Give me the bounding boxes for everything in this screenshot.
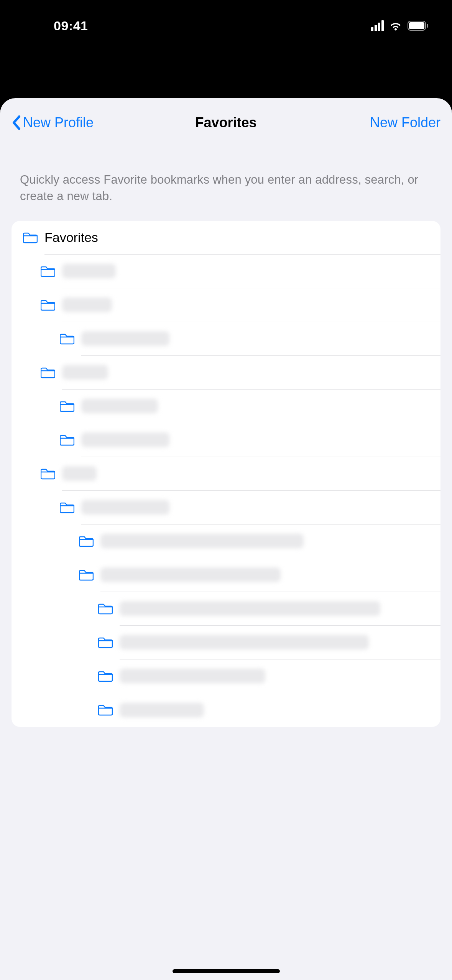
folder-label-obscured (100, 567, 281, 582)
folder-label: Favorites (44, 230, 98, 245)
folder-icon (41, 468, 62, 480)
folder-row-content (62, 356, 440, 390)
status-time: 09:41 (54, 18, 88, 33)
folder-row[interactable] (12, 491, 440, 525)
back-label: New Profile (23, 115, 94, 131)
folder-row-content (100, 525, 440, 558)
folder-label-obscured (62, 264, 116, 278)
folder-icon (60, 502, 81, 513)
folder-row-content (62, 255, 440, 288)
folder-icon (98, 603, 120, 615)
folder-label-obscured (62, 298, 112, 312)
folder-row[interactable] (12, 356, 440, 390)
folder-label-obscured (120, 669, 265, 683)
folder-label-obscured (62, 365, 108, 380)
folder-icon (79, 569, 100, 581)
folder-label-obscured (120, 703, 204, 717)
folder-row[interactable] (12, 659, 440, 693)
folder-label-obscured (100, 534, 304, 548)
folder-row[interactable] (12, 288, 440, 322)
folder-icon (41, 299, 62, 311)
folder-icon (60, 434, 81, 446)
folder-row[interactable] (12, 592, 440, 626)
folder-row[interactable] (12, 255, 440, 288)
folder-row-content (81, 322, 440, 356)
folder-icon (60, 401, 81, 412)
folder-row-content (120, 659, 440, 693)
status-indicators (371, 20, 429, 31)
folder-icon (98, 671, 120, 682)
folder-icon (98, 704, 120, 716)
folder-row[interactable]: Favorites (12, 221, 440, 255)
folder-label-obscured (120, 635, 369, 649)
chevron-left-icon (12, 115, 21, 130)
folder-icon (41, 266, 62, 277)
folder-row-content (81, 423, 440, 457)
svg-rect-2 (427, 24, 428, 28)
folder-row[interactable] (12, 457, 440, 491)
folder-row[interactable] (12, 390, 440, 423)
folder-row-content (120, 693, 440, 727)
folder-icon (98, 637, 120, 648)
favorites-sheet: New Profile Favorites New Folder Quickly… (0, 98, 452, 980)
folder-row[interactable] (12, 558, 440, 592)
back-button[interactable]: New Profile (12, 115, 94, 131)
home-indicator[interactable] (173, 969, 280, 973)
battery-icon (408, 21, 429, 31)
folder-icon (41, 367, 62, 378)
folder-label-obscured (81, 500, 169, 515)
wifi-icon (389, 21, 402, 31)
folder-label-obscured (81, 331, 169, 346)
folder-label-obscured (81, 432, 169, 447)
nav-bar: New Profile Favorites New Folder (0, 98, 452, 147)
folder-row-content (62, 288, 440, 322)
status-bar: 09:41 (0, 0, 452, 42)
folder-label-obscured (62, 466, 97, 481)
new-folder-button[interactable]: New Folder (370, 115, 440, 131)
folder-row-content: Favorites (44, 221, 440, 255)
folder-row-content (120, 592, 440, 626)
folder-row[interactable] (12, 626, 440, 659)
folder-row-content (81, 390, 440, 423)
folder-row-content (100, 558, 440, 592)
folder-row[interactable] (12, 693, 440, 727)
folder-icon (60, 333, 81, 345)
folder-row-content (81, 491, 440, 525)
description-text: Quickly access Favorite bookmarks when y… (0, 147, 452, 221)
folder-list: Favorites (12, 221, 440, 727)
folder-row[interactable] (12, 525, 440, 558)
svg-rect-1 (409, 22, 424, 29)
folder-label-obscured (81, 399, 158, 413)
folder-row-content (120, 626, 440, 659)
folder-row-content (62, 457, 440, 491)
folder-row[interactable] (12, 322, 440, 356)
folder-icon (79, 536, 100, 547)
folder-row[interactable] (12, 423, 440, 457)
cellular-signal-icon (371, 20, 384, 31)
folder-label-obscured (120, 601, 380, 616)
folder-icon (23, 232, 44, 243)
